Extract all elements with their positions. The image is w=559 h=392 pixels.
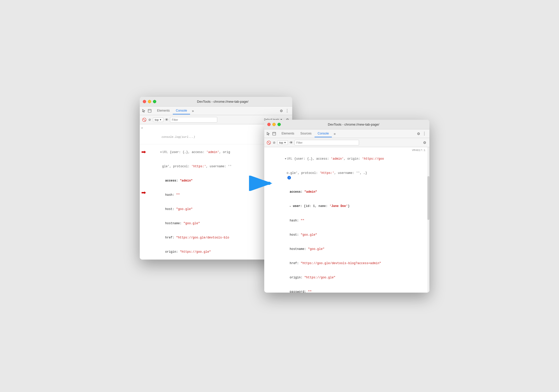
svg-rect-0 bbox=[148, 109, 151, 112]
settings-button-right[interactable]: ⚙ bbox=[416, 131, 421, 137]
close-button-left[interactable] bbox=[143, 100, 146, 103]
tab-elements-right[interactable]: Elements bbox=[278, 130, 297, 137]
dock-icon-left[interactable] bbox=[147, 109, 152, 113]
url-object-cont-right: o.gle', protocol: 'https:', username: ''… bbox=[264, 166, 429, 185]
eye-icon-left[interactable]: 👁 bbox=[164, 117, 169, 122]
url-object-header-right: ▾URL {user: {…}, access: 'admin', origin… bbox=[264, 152, 429, 166]
tab-bar-right: Elements Sources Console » ⚙ ⋮ bbox=[264, 129, 429, 138]
minimize-button-right[interactable] bbox=[272, 123, 276, 126]
prop-hostname-right: hostname: "goo.gle" bbox=[264, 242, 429, 256]
prop-user-right: ▸ user: {id: 1, name: 'Jane Doe'} bbox=[264, 199, 429, 214]
prop-hash-right: hash: "" bbox=[264, 214, 429, 228]
expand-icon[interactable]: ▸ bbox=[141, 126, 143, 130]
close-button-right[interactable] bbox=[267, 123, 271, 126]
vm-ref: VM4817:1 bbox=[264, 148, 429, 152]
prop-origin-right: origin: "https://goo.gle" bbox=[264, 270, 429, 285]
cursor-icon-right[interactable] bbox=[266, 131, 271, 136]
block-icon-right[interactable]: ⊘ bbox=[272, 140, 276, 145]
chevron-down-icon-right: ▼ bbox=[284, 141, 286, 144]
window-title-right: DevTools - chrome://new-tab-page/ bbox=[281, 123, 426, 126]
tab-console-right[interactable]: Console bbox=[315, 130, 332, 137]
tab-sources-right[interactable]: Sources bbox=[297, 130, 315, 137]
more-tabs-right[interactable]: » bbox=[332, 131, 337, 136]
titlebar-left: DevTools - chrome://new-tab-page/ bbox=[140, 97, 292, 107]
info-icon-right[interactable]: i bbox=[287, 176, 291, 179]
filter-input-left[interactable] bbox=[170, 117, 217, 123]
console-output-right: VM4817:1 ▾URL {user: {…}, access: 'admin… bbox=[264, 147, 429, 293]
prop-password-right: password: "" bbox=[264, 285, 429, 293]
context-selector-left[interactable]: top ▼ bbox=[153, 117, 163, 122]
maximize-button-left[interactable] bbox=[153, 100, 156, 103]
chevron-down-icon-left: ▼ bbox=[159, 118, 162, 121]
prop-host-right: host: "goo.gle" bbox=[264, 228, 429, 242]
scrollbar-thumb-right[interactable] bbox=[427, 176, 429, 220]
tab-bar-left: Elements Console » ⚙ ⋮ bbox=[140, 107, 292, 115]
clear-console-right[interactable]: 🚫 bbox=[266, 140, 271, 145]
svg-rect-3 bbox=[273, 132, 276, 135]
dock-icon-right[interactable] bbox=[272, 131, 276, 136]
window-title-left: DevTools - chrome://new-tab-page/ bbox=[156, 100, 289, 103]
filter-input-right[interactable] bbox=[294, 140, 359, 145]
red-arrow-user: ➡ bbox=[141, 190, 146, 195]
block-icon-left[interactable]: ⊘ bbox=[147, 117, 152, 122]
red-arrow-access: ➡ bbox=[141, 149, 146, 155]
console-settings-right[interactable]: ⚙ bbox=[422, 140, 427, 145]
tab-console-left[interactable]: Console bbox=[173, 107, 190, 114]
minimize-button-left[interactable] bbox=[148, 100, 151, 103]
prop-access-right: access: "admin" bbox=[264, 185, 429, 199]
console-content-right: VM4817:1 ▾URL {user: {…}, access: 'admin… bbox=[264, 147, 429, 293]
tab-elements-left[interactable]: Elements bbox=[154, 107, 173, 114]
more-options-left[interactable]: ⋮ bbox=[284, 108, 290, 113]
eye-icon-right[interactable]: 👁 bbox=[289, 140, 293, 145]
prop-href-right: href: "https://goo.gle/devtools-blog?acc… bbox=[264, 256, 429, 270]
scrollbar-track-right bbox=[427, 147, 429, 293]
traffic-lights-right bbox=[267, 123, 281, 126]
transition-arrow bbox=[249, 176, 274, 191]
settings-button-left[interactable]: ⚙ bbox=[278, 108, 284, 114]
titlebar-right: DevTools - chrome://new-tab-page/ bbox=[264, 120, 429, 129]
cursor-icon-left[interactable] bbox=[142, 109, 146, 113]
more-tabs-left[interactable]: » bbox=[191, 109, 195, 113]
clear-console-left[interactable]: 🚫 bbox=[142, 117, 146, 122]
top-label-left: top bbox=[155, 118, 159, 121]
context-selector-right[interactable]: top ▼ bbox=[277, 140, 288, 145]
traffic-lights-left bbox=[143, 100, 156, 103]
top-label-right: top bbox=[279, 141, 283, 144]
devtools-window-right: DevTools - chrome://new-tab-page/ Elemen… bbox=[264, 120, 429, 293]
transition-arrow-container bbox=[249, 176, 274, 192]
console-toolbar-right: 🚫 ⊘ top ▼ 👁 ⚙ bbox=[264, 138, 429, 147]
more-options-right[interactable]: ⋮ bbox=[421, 131, 427, 136]
maximize-button-right[interactable] bbox=[277, 123, 281, 126]
